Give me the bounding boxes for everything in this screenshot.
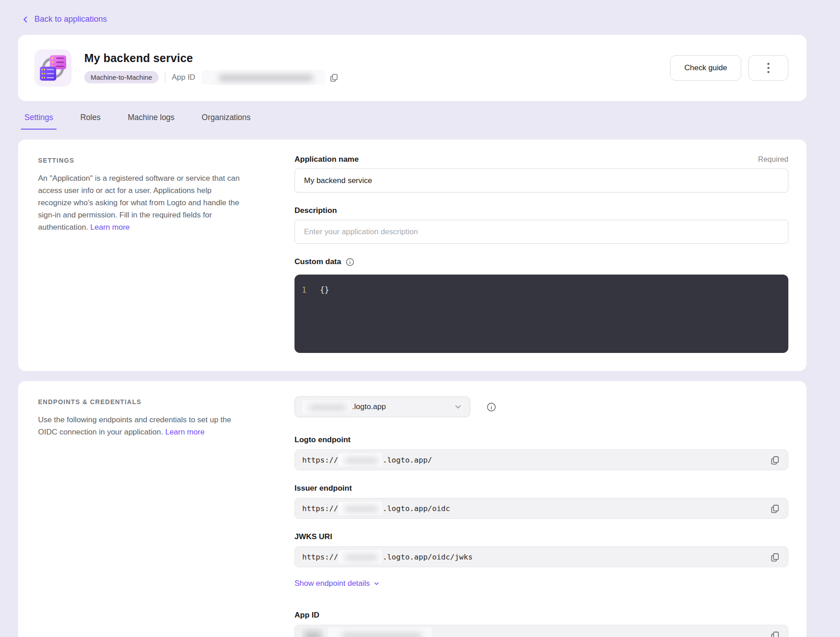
settings-card-side: SETTINGS An "Application" is a registere… — [38, 154, 245, 233]
tab-settings[interactable]: Settings — [22, 113, 56, 130]
app-id-redacted-segment — [302, 628, 323, 637]
app-id-field — [294, 625, 788, 637]
app-header-text: My backend service Machine-to-Machine Ap… — [84, 52, 339, 85]
app-id-label: App ID — [172, 73, 195, 82]
description-group: Description — [294, 206, 788, 244]
settings-card: SETTINGS An "Application" is a registere… — [18, 140, 806, 371]
application-name-group: Application name Required — [294, 155, 788, 193]
meta-divider — [165, 72, 165, 82]
copy-icon[interactable] — [769, 503, 781, 514]
machine-to-machine-app-icon — [34, 49, 72, 87]
tenant-subdomain-redacted — [302, 400, 351, 414]
tenant-domain-row: .logto.app — [294, 396, 788, 417]
endpoints-card: ENDPOINTS & CREDENTIALS Use the followin… — [18, 381, 806, 637]
app-meta-row: Machine-to-Machine App ID — [84, 70, 339, 85]
copy-icon[interactable] — [769, 630, 781, 637]
app-type-badge: Machine-to-Machine — [84, 71, 159, 83]
logto-endpoint-field: https:// .logto.app/ — [294, 449, 788, 470]
copy-icon[interactable] — [769, 454, 781, 466]
custom-data-label: Custom data — [294, 257, 341, 266]
info-icon[interactable] — [487, 402, 496, 412]
more-actions-button[interactable] — [748, 55, 788, 81]
check-guide-button[interactable]: Check guide — [670, 55, 741, 81]
editor-code-content: {} — [313, 285, 329, 294]
settings-description: An "Application" is a registered softwar… — [38, 172, 243, 233]
app-id-group: App ID — [294, 611, 788, 637]
endpoint-redacted-segment — [338, 550, 382, 564]
copy-icon[interactable] — [769, 551, 781, 563]
kebab-menu-icon — [767, 62, 770, 74]
custom-data-code-editor[interactable]: 1 {} — [294, 275, 788, 353]
issuer-endpoint-field: https:// .logto.app/oidc — [294, 498, 788, 519]
settings-form: Application name Required Description Cu… — [294, 154, 788, 353]
application-name-label: Application name — [294, 155, 359, 164]
app-id-field-label: App ID — [294, 611, 788, 620]
chevron-down-icon — [373, 580, 380, 587]
issuer-endpoint-label: Issuer endpoint — [294, 484, 788, 493]
tenant-domain-suffix: .logto.app — [352, 402, 386, 411]
logto-endpoint-group: Logto endpoint https:// .logto.app/ — [294, 435, 788, 470]
application-details-page: Back to applications — [0, 0, 840, 637]
settings-learn-more-link[interactable]: Learn more — [90, 223, 130, 232]
header-actions: Check guide — [670, 55, 788, 81]
endpoints-heading: ENDPOINTS & CREDENTIALS — [38, 398, 245, 405]
endpoints-learn-more-link[interactable]: Learn more — [165, 428, 205, 436]
endpoint-redacted-segment — [338, 453, 382, 467]
description-label: Description — [294, 206, 337, 215]
endpoints-form: .logto.app Logto endpoint https:// .logt… — [294, 396, 788, 637]
chevron-down-icon — [454, 402, 463, 411]
jwks-uri-group: JWKS URI https:// .logto.app/oidc/jwks — [294, 532, 788, 567]
endpoints-description: Use the following endpoints and credenti… — [38, 414, 243, 438]
endpoint-redacted-segment — [338, 502, 382, 515]
app-title: My backend service — [84, 52, 339, 65]
app-header-card: My backend service Machine-to-Machine Ap… — [18, 35, 806, 101]
required-hint: Required — [758, 155, 788, 164]
jwks-uri-label: JWKS URI — [294, 532, 788, 541]
issuer-endpoint-group: Issuer endpoint https:// .logto.app/oidc — [294, 484, 788, 519]
copy-icon[interactable] — [328, 72, 339, 83]
endpoints-card-side: ENDPOINTS & CREDENTIALS Use the followin… — [38, 396, 245, 438]
logto-endpoint-label: Logto endpoint — [294, 435, 788, 444]
tab-organizations[interactable]: Organizations — [199, 113, 253, 130]
back-chevron-icon — [22, 16, 29, 23]
description-input[interactable] — [294, 220, 788, 244]
tenant-domain-select[interactable]: .logto.app — [294, 396, 470, 417]
info-icon[interactable] — [346, 258, 354, 266]
settings-heading: SETTINGS — [38, 157, 245, 164]
show-endpoint-details-link[interactable]: Show endpoint details — [294, 579, 380, 588]
back-link-label: Back to applications — [34, 14, 107, 24]
tab-machine-logs[interactable]: Machine logs — [125, 113, 177, 130]
custom-data-group: Custom data 1 {} — [294, 257, 788, 353]
application-name-input[interactable] — [294, 169, 788, 193]
back-to-applications-link[interactable]: Back to applications — [22, 0, 107, 35]
jwks-uri-field: https:// .logto.app/oidc/jwks — [294, 546, 788, 567]
editor-line-number: 1 — [294, 285, 313, 294]
app-id-redacted-segment — [328, 627, 432, 637]
app-detail-tabs: Settings Roles Machine logs Organization… — [22, 113, 806, 130]
tab-roles[interactable]: Roles — [77, 113, 103, 130]
app-id-redacted-value — [202, 70, 325, 85]
